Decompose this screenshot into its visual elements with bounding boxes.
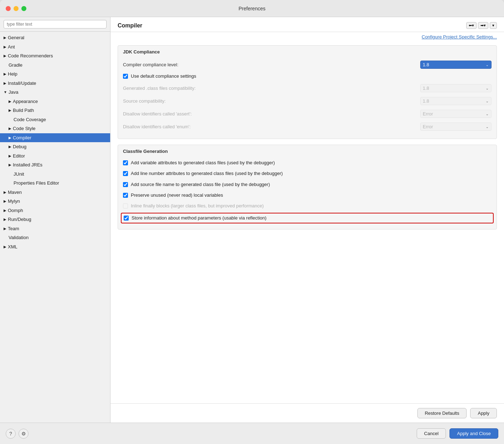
sidebar-item-code-coverage[interactable]: Code Coverage bbox=[0, 115, 110, 124]
disallow-enum-row: Disallow identifiers called 'enum': Erro… bbox=[123, 122, 492, 131]
apply-close-button[interactable]: Apply and Close bbox=[449, 428, 498, 439]
sidebar-item-maven[interactable]: ▶Maven bbox=[0, 188, 110, 197]
checkbox-add-source-file[interactable] bbox=[123, 182, 128, 187]
sidebar-item-editor[interactable]: ▶Editor bbox=[0, 151, 110, 161]
close-button[interactable] bbox=[6, 6, 11, 11]
sidebar-item-installed-jres[interactable]: ▶Installed JREs bbox=[0, 160, 110, 170]
sidebar-item-label: Run/Debug bbox=[8, 216, 31, 223]
sidebar-item-mylyn[interactable]: ▶Mylyn bbox=[0, 197, 110, 206]
sidebar-item-help[interactable]: ▶Help bbox=[0, 69, 110, 79]
sidebar-item-label: Oomph bbox=[8, 207, 23, 214]
checkbox-preserve-unused[interactable] bbox=[123, 193, 128, 198]
classfile-generation-content: Add variable attributes to generated cla… bbox=[118, 157, 497, 229]
back-button[interactable]: ⬅ ▾ bbox=[466, 22, 477, 29]
arrow-icon: ▶ bbox=[4, 198, 6, 204]
sidebar-item-label: Ant bbox=[8, 43, 15, 51]
minimize-button[interactable] bbox=[14, 6, 19, 11]
generated-class-label: Generated .class files compatibility: bbox=[123, 86, 420, 91]
arrow-icon: ▶ bbox=[9, 144, 11, 149]
content-title: Compiler bbox=[118, 22, 142, 29]
help-button[interactable]: ? bbox=[6, 429, 16, 439]
sidebar-item-run-debug[interactable]: ▶Run/Debug bbox=[0, 215, 110, 224]
classfile-generation-title: Classfile Generation bbox=[118, 145, 497, 157]
compliance-level-row: Compiler compliance level: 1.8 bbox=[123, 60, 492, 69]
arrow-icon: ▶ bbox=[9, 135, 11, 140]
sidebar-item-gradle[interactable]: Gradle bbox=[0, 61, 110, 70]
cancel-button[interactable]: Cancel bbox=[417, 428, 446, 439]
sidebar-item-label: Editor bbox=[13, 153, 25, 160]
titlebar: Preferences bbox=[0, 0, 504, 17]
checkbox-row-add-line-number: Add line number attributes to generated … bbox=[123, 170, 492, 177]
sidebar-item-properties-files-editor[interactable]: Properties Files Editor bbox=[0, 179, 110, 188]
jdk-compliance-content: Compiler compliance level: 1.8 Use defau… bbox=[118, 57, 497, 139]
sidebar-item-code-recommenders[interactable]: ▶Code Recommenders bbox=[0, 51, 110, 61]
restore-defaults-button[interactable]: Restore Defaults bbox=[417, 408, 467, 418]
arrow-icon: ▶ bbox=[4, 71, 6, 77]
sidebar-item-debug[interactable]: ▶Debug bbox=[0, 142, 110, 151]
sidebar-item-appearance[interactable]: ▶Appearance bbox=[0, 97, 110, 106]
sidebar-item-label: Gradle bbox=[9, 62, 22, 69]
disallow-enum-select-wrapper: Error bbox=[420, 123, 492, 131]
forward-button[interactable]: ➡ ▾ bbox=[478, 22, 488, 29]
sidebar-item-xml[interactable]: ▶XML bbox=[0, 242, 110, 252]
checkbox-add-variable[interactable] bbox=[123, 160, 128, 165]
sidebar-item-label: Install/Update bbox=[8, 80, 36, 87]
apply-button[interactable]: Apply bbox=[470, 408, 497, 418]
main-area: ▶General▶Ant▶Code RecommendersGradle▶Hel… bbox=[0, 17, 504, 423]
sidebar-item-label: Validation bbox=[9, 234, 29, 241]
back-icon: ⬅ bbox=[469, 23, 472, 28]
generated-class-select[interactable]: 1.8 bbox=[420, 84, 492, 92]
sidebar-item-label: Code Style bbox=[13, 125, 36, 132]
sidebar-item-label: Properties Files Editor bbox=[14, 180, 59, 187]
content-footer: Restore Defaults Apply bbox=[110, 403, 504, 423]
sidebar-item-compiler[interactable]: ▶Compiler bbox=[0, 133, 110, 143]
bottom-left-actions: ? ⚙ bbox=[6, 429, 29, 439]
configure-project-link[interactable]: Configure Project Specific Settings... bbox=[110, 32, 504, 42]
content-header: Compiler ⬅ ▾ ➡ ▾ ▾ bbox=[110, 17, 504, 32]
arrow-icon: ▶ bbox=[4, 190, 6, 195]
checkbox-label-store-info: Store information about method parameter… bbox=[132, 215, 267, 221]
checkbox-add-line-number[interactable] bbox=[123, 171, 128, 176]
sidebar-item-label: Mylyn bbox=[8, 198, 20, 205]
search-input[interactable] bbox=[4, 20, 107, 29]
search-box bbox=[0, 17, 110, 32]
sidebar-item-label: Code Recommenders bbox=[8, 52, 53, 60]
maximize-button[interactable] bbox=[21, 6, 26, 11]
generated-class-select-wrapper: 1.8 bbox=[420, 84, 492, 92]
sidebar-item-validation[interactable]: Validation bbox=[0, 233, 110, 242]
source-compat-row: Source compatibility: 1.8 bbox=[123, 96, 492, 106]
checkbox-label-preserve-unused: Preserve unused (never read) local varia… bbox=[131, 192, 223, 198]
header-actions: ⬅ ▾ ➡ ▾ ▾ bbox=[466, 22, 497, 29]
checkbox-row-preserve-unused: Preserve unused (never read) local varia… bbox=[123, 191, 492, 199]
window-title: Preferences bbox=[238, 6, 265, 11]
arrow-icon: ▼ bbox=[4, 89, 7, 95]
arrow-icon: ▶ bbox=[9, 126, 11, 131]
sidebar-item-install-update[interactable]: ▶Install/Update bbox=[0, 79, 110, 88]
sidebar-item-java[interactable]: ▼Java bbox=[0, 88, 110, 97]
sidebar-item-ant[interactable]: ▶Ant bbox=[0, 42, 110, 52]
sidebar-item-label: General bbox=[8, 34, 24, 41]
preferences-button[interactable]: ⚙ bbox=[19, 429, 29, 439]
checkbox-row-inline-finally: Inline finally blocks (larger class file… bbox=[123, 202, 492, 210]
checkbox-label-add-source-file: Add source file name to generated class … bbox=[131, 181, 270, 188]
sidebar-item-team[interactable]: ▶Team bbox=[0, 224, 110, 233]
disallow-enum-select[interactable]: Error bbox=[420, 123, 492, 131]
sidebar-item-general[interactable]: ▶General bbox=[0, 33, 110, 42]
checkbox-store-info[interactable] bbox=[124, 216, 129, 221]
disallow-assert-select[interactable]: Error bbox=[420, 110, 492, 118]
sidebar-item-oomph[interactable]: ▶Oomph bbox=[0, 206, 110, 215]
sidebar-item-junit[interactable]: JUnit bbox=[0, 170, 110, 179]
sidebar-item-build-path[interactable]: ▶Build Path bbox=[0, 106, 110, 115]
use-default-checkbox[interactable] bbox=[123, 74, 128, 79]
arrow-icon: ▶ bbox=[9, 162, 11, 167]
sidebar-item-code-style[interactable]: ▶Code Style bbox=[0, 124, 110, 133]
source-compat-select[interactable]: 1.8 bbox=[420, 97, 492, 105]
arrow-icon: ▶ bbox=[4, 81, 6, 86]
arrow-icon: ▶ bbox=[4, 217, 6, 222]
arrow-icon: ▶ bbox=[9, 99, 11, 104]
sidebar: ▶General▶Ant▶Code RecommendersGradle▶Hel… bbox=[0, 17, 110, 423]
compliance-level-select[interactable]: 1.8 bbox=[420, 61, 492, 69]
expand-button[interactable]: ▾ bbox=[490, 22, 497, 29]
forward-icon: ➡ bbox=[480, 23, 484, 28]
jdk-compliance-section: JDK Compliance Compiler compliance level… bbox=[118, 45, 497, 139]
